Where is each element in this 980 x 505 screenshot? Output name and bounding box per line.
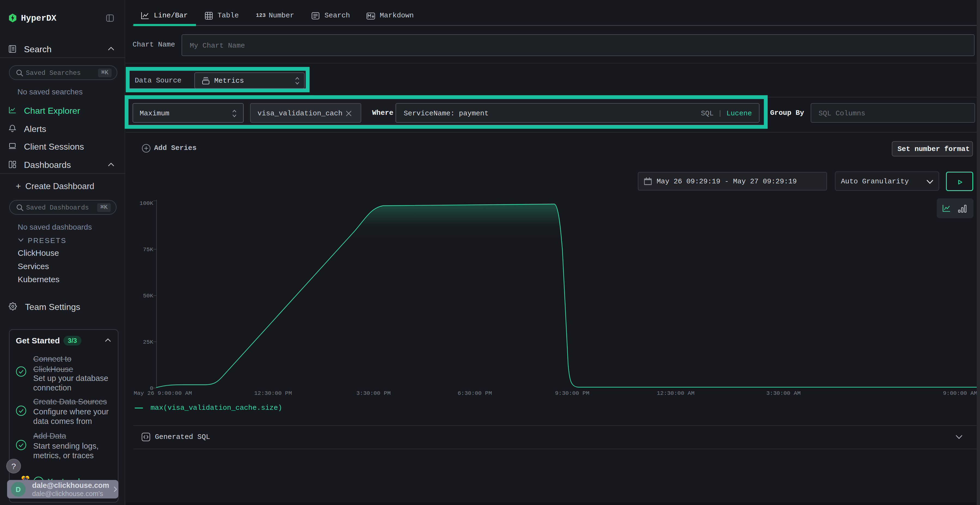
svg-text:9:30:00 PM: 9:30:00 PM xyxy=(555,390,589,397)
svg-text:12:30:00 PM: 12:30:00 PM xyxy=(254,390,292,397)
svg-text:9:00:00 AM: 9:00:00 AM xyxy=(943,390,977,397)
svg-text:50K: 50K xyxy=(143,293,153,299)
svg-text:3:30:00 AM: 3:30:00 AM xyxy=(766,390,800,397)
svg-text:12:30:00 AM: 12:30:00 AM xyxy=(657,390,695,397)
svg-text:25K: 25K xyxy=(143,339,153,345)
svg-text:100K: 100K xyxy=(140,200,154,206)
svg-text:75K: 75K xyxy=(143,246,153,253)
svg-text:6:30:00 PM: 6:30:00 PM xyxy=(458,390,492,397)
svg-text:3:30:00 PM: 3:30:00 PM xyxy=(356,390,391,397)
svg-text:May 26 9:00:00 AM: May 26 9:00:00 AM xyxy=(134,390,192,397)
